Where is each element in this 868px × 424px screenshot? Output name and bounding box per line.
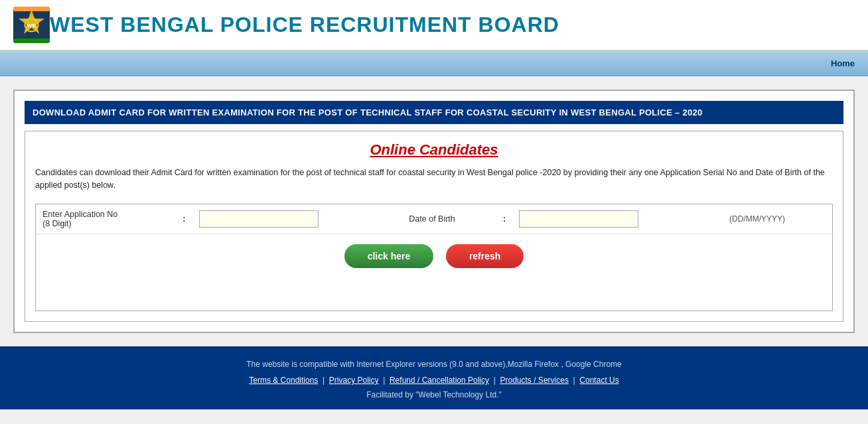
footer-terms-link[interactable]: Terms & Conditions xyxy=(249,376,318,385)
header: WB WEST BENGAL POLICE RECRUITMENT BOARD xyxy=(0,0,868,51)
footer-sep-1: | xyxy=(321,376,329,385)
footer-compat-text: The website is compatible with Internet … xyxy=(7,360,861,369)
main-content: DOWNLOAD ADMIT CARD FOR WRITTEN EXAMINAT… xyxy=(0,76,868,346)
dob-label: Date of Birth xyxy=(402,204,496,234)
app-no-input-cell xyxy=(192,204,403,234)
inner-box: Online Candidates Candidates can downloa… xyxy=(25,131,843,322)
svg-rect-4 xyxy=(13,7,50,11)
outer-box: DOWNLOAD ADMIT CARD FOR WRITTEN EXAMINAT… xyxy=(13,90,855,333)
nav-home-link[interactable]: Home xyxy=(831,58,855,68)
svg-text:WB: WB xyxy=(27,23,36,29)
footer-products-link[interactable]: Products / Services xyxy=(500,376,569,385)
footer-privacy-link[interactable]: Privacy Policy xyxy=(329,376,379,385)
police-emblem-icon: WB xyxy=(13,7,50,43)
page-banner: DOWNLOAD ADMIT CARD FOR WRITTEN EXAMINAT… xyxy=(25,101,843,124)
navbar: Home xyxy=(0,51,868,76)
app-no-input[interactable] xyxy=(199,210,319,228)
button-row: click here refresh xyxy=(36,234,833,278)
dob-input-cell xyxy=(512,204,723,234)
refresh-button[interactable]: refresh xyxy=(446,244,524,268)
footer: The website is compatible with Internet … xyxy=(0,346,868,409)
footer-links: Terms & Conditions | Privacy Policy | Re… xyxy=(7,376,861,385)
section-title: Online Candidates xyxy=(35,141,833,159)
site-title: WEST BENGAL POLICE RECRUITMENT BOARD xyxy=(50,13,559,37)
footer-sep-4: | xyxy=(571,376,579,385)
admit-card-form: Enter Application No (8 Digit) : Date of… xyxy=(35,204,833,312)
dob-separator: : xyxy=(496,204,512,234)
dob-input[interactable] xyxy=(519,210,638,228)
app-no-label: Enter Application No (8 Digit) xyxy=(36,204,177,234)
click-here-button[interactable]: click here xyxy=(344,244,434,268)
footer-contact-link[interactable]: Contact Us xyxy=(579,376,618,385)
form-row-appno: Enter Application No (8 Digit) : Date of… xyxy=(36,204,833,234)
footer-facilitated-text: Facilitated by "Webel Technology Ltd." xyxy=(7,390,861,399)
app-no-separator: : xyxy=(176,204,192,234)
svg-rect-5 xyxy=(13,38,50,43)
section-description: Candidates can download their Admit Card… xyxy=(35,167,833,192)
footer-sep-3: | xyxy=(491,376,500,385)
dob-hint: (DD/MM/YYYY) xyxy=(723,204,832,234)
footer-sep-2: | xyxy=(381,376,390,385)
footer-refund-link[interactable]: Refund / Cancellation Policy xyxy=(390,376,489,385)
captcha-row xyxy=(36,278,833,311)
